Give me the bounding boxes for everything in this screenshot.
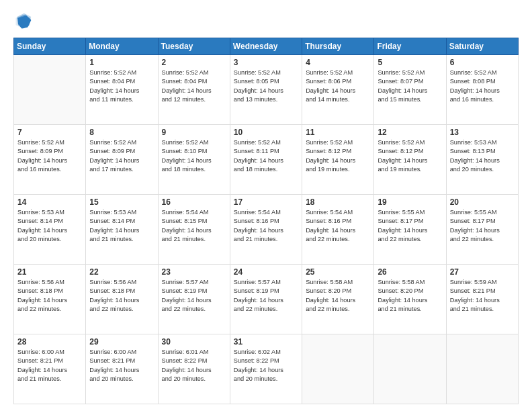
- day-cell: 26Sunrise: 5:58 AM Sunset: 8:20 PM Dayli…: [374, 265, 446, 334]
- day-info: Sunrise: 5:52 AM Sunset: 8:05 PM Dayligh…: [234, 68, 299, 104]
- day-cell: [374, 334, 446, 404]
- day-info: Sunrise: 5:52 AM Sunset: 8:04 PM Dayligh…: [162, 68, 227, 104]
- day-info: Sunrise: 6:00 AM Sunset: 8:21 PM Dayligh…: [89, 348, 154, 383]
- day-info: Sunrise: 6:02 AM Sunset: 8:22 PM Dayligh…: [234, 348, 299, 383]
- day-number: 17: [234, 197, 299, 207]
- day-number: 7: [17, 128, 83, 137]
- logo-icon: [13, 12, 32, 31]
- week-row-3: 21Sunrise: 5:56 AM Sunset: 8:18 PM Dayli…: [14, 265, 519, 334]
- day-cell: 28Sunrise: 6:00 AM Sunset: 8:21 PM Dayli…: [14, 334, 86, 404]
- day-cell: 11Sunrise: 5:52 AM Sunset: 8:12 PM Dayli…: [302, 125, 374, 195]
- day-cell: 24Sunrise: 5:57 AM Sunset: 8:19 PM Dayli…: [230, 265, 302, 334]
- day-number: 14: [17, 197, 83, 207]
- day-info: Sunrise: 5:57 AM Sunset: 8:19 PM Dayligh…: [162, 278, 227, 314]
- day-info: Sunrise: 5:58 AM Sunset: 8:20 PM Dayligh…: [378, 278, 443, 314]
- day-info: Sunrise: 5:56 AM Sunset: 8:18 PM Dayligh…: [89, 278, 154, 314]
- day-cell: 25Sunrise: 5:58 AM Sunset: 8:20 PM Dayli…: [302, 265, 374, 334]
- header-cell-sunday: Sunday: [14, 38, 86, 55]
- calendar-header: SundayMondayTuesdayWednesdayThursdayFrid…: [14, 38, 519, 55]
- day-cell: 16Sunrise: 5:54 AM Sunset: 8:15 PM Dayli…: [158, 195, 230, 265]
- day-number: 21: [17, 267, 83, 277]
- header-cell-wednesday: Wednesday: [230, 38, 302, 55]
- day-cell: 31Sunrise: 6:02 AM Sunset: 8:22 PM Dayli…: [230, 334, 302, 404]
- day-info: Sunrise: 5:52 AM Sunset: 8:10 PM Dayligh…: [162, 138, 227, 174]
- week-row-1: 7Sunrise: 5:52 AM Sunset: 8:09 PM Daylig…: [14, 125, 519, 195]
- day-number: 27: [450, 267, 515, 277]
- day-number: 12: [378, 128, 443, 137]
- day-cell: 27Sunrise: 5:59 AM Sunset: 8:21 PM Dayli…: [446, 265, 518, 334]
- day-cell: 18Sunrise: 5:54 AM Sunset: 8:16 PM Dayli…: [302, 195, 374, 265]
- day-cell: 9Sunrise: 5:52 AM Sunset: 8:10 PM Daylig…: [158, 125, 230, 195]
- week-row-2: 14Sunrise: 5:53 AM Sunset: 8:14 PM Dayli…: [14, 195, 519, 265]
- week-row-4: 28Sunrise: 6:00 AM Sunset: 8:21 PM Dayli…: [14, 334, 519, 404]
- day-cell: 5Sunrise: 5:52 AM Sunset: 8:07 PM Daylig…: [374, 55, 446, 125]
- day-cell: 20Sunrise: 5:55 AM Sunset: 8:17 PM Dayli…: [446, 195, 518, 265]
- day-cell: 4Sunrise: 5:52 AM Sunset: 8:06 PM Daylig…: [302, 55, 374, 125]
- day-cell: 17Sunrise: 5:54 AM Sunset: 8:16 PM Dayli…: [230, 195, 302, 265]
- day-cell: 6Sunrise: 5:52 AM Sunset: 8:08 PM Daylig…: [446, 55, 518, 125]
- day-number: 31: [234, 337, 299, 347]
- day-number: 13: [450, 128, 515, 137]
- day-number: 30: [162, 337, 227, 347]
- day-cell: 21Sunrise: 5:56 AM Sunset: 8:18 PM Dayli…: [14, 265, 86, 334]
- day-number: 28: [17, 337, 83, 347]
- day-info: Sunrise: 5:52 AM Sunset: 8:09 PM Dayligh…: [17, 138, 83, 174]
- header-cell-saturday: Saturday: [446, 38, 518, 55]
- day-info: Sunrise: 5:58 AM Sunset: 8:20 PM Dayligh…: [306, 278, 371, 314]
- day-info: Sunrise: 5:55 AM Sunset: 8:17 PM Dayligh…: [378, 208, 443, 244]
- header-row: SundayMondayTuesdayWednesdayThursdayFrid…: [14, 38, 519, 55]
- day-info: Sunrise: 5:52 AM Sunset: 8:06 PM Dayligh…: [306, 68, 371, 104]
- day-number: 9: [162, 128, 227, 137]
- day-cell: 15Sunrise: 5:53 AM Sunset: 8:14 PM Dayli…: [86, 195, 158, 265]
- day-cell: 19Sunrise: 5:55 AM Sunset: 8:17 PM Dayli…: [374, 195, 446, 265]
- day-info: Sunrise: 5:52 AM Sunset: 8:09 PM Dayligh…: [89, 138, 154, 174]
- day-cell: [302, 334, 374, 404]
- day-number: 16: [162, 197, 227, 207]
- day-cell: 10Sunrise: 5:52 AM Sunset: 8:11 PM Dayli…: [230, 125, 302, 195]
- day-cell: [446, 334, 518, 404]
- day-cell: 1Sunrise: 5:52 AM Sunset: 8:04 PM Daylig…: [86, 55, 158, 125]
- day-info: Sunrise: 5:54 AM Sunset: 8:15 PM Dayligh…: [162, 208, 227, 244]
- day-cell: 23Sunrise: 5:57 AM Sunset: 8:19 PM Dayli…: [158, 265, 230, 334]
- day-number: 6: [450, 58, 515, 67]
- day-info: Sunrise: 5:52 AM Sunset: 8:12 PM Dayligh…: [306, 138, 371, 174]
- day-cell: [14, 55, 86, 125]
- day-info: Sunrise: 5:55 AM Sunset: 8:17 PM Dayligh…: [450, 208, 515, 244]
- day-number: 1: [89, 58, 154, 67]
- day-number: 11: [306, 128, 371, 137]
- day-cell: 14Sunrise: 5:53 AM Sunset: 8:14 PM Dayli…: [14, 195, 86, 265]
- day-number: 26: [378, 267, 443, 277]
- day-info: Sunrise: 5:52 AM Sunset: 8:07 PM Dayligh…: [378, 68, 443, 104]
- header-cell-tuesday: Tuesday: [158, 38, 230, 55]
- day-cell: 2Sunrise: 5:52 AM Sunset: 8:04 PM Daylig…: [158, 55, 230, 125]
- day-cell: 13Sunrise: 5:53 AM Sunset: 8:13 PM Dayli…: [446, 125, 518, 195]
- day-info: Sunrise: 5:56 AM Sunset: 8:18 PM Dayligh…: [17, 278, 83, 314]
- page: SundayMondayTuesdayWednesdayThursdayFrid…: [0, 0, 532, 411]
- day-number: 23: [162, 267, 227, 277]
- day-info: Sunrise: 5:54 AM Sunset: 8:16 PM Dayligh…: [234, 208, 299, 244]
- day-number: 24: [234, 267, 299, 277]
- day-cell: 29Sunrise: 6:00 AM Sunset: 8:21 PM Dayli…: [86, 334, 158, 404]
- header: [13, 12, 519, 31]
- day-info: Sunrise: 5:52 AM Sunset: 8:08 PM Dayligh…: [450, 68, 515, 104]
- day-cell: 22Sunrise: 5:56 AM Sunset: 8:18 PM Dayli…: [86, 265, 158, 334]
- day-number: 18: [306, 197, 371, 207]
- day-info: Sunrise: 5:53 AM Sunset: 8:14 PM Dayligh…: [17, 208, 83, 244]
- calendar-body: 1Sunrise: 5:52 AM Sunset: 8:04 PM Daylig…: [14, 55, 519, 404]
- day-cell: 30Sunrise: 6:01 AM Sunset: 8:22 PM Dayli…: [158, 334, 230, 404]
- day-info: Sunrise: 5:57 AM Sunset: 8:19 PM Dayligh…: [234, 278, 299, 314]
- day-info: Sunrise: 5:53 AM Sunset: 8:14 PM Dayligh…: [89, 208, 154, 244]
- day-info: Sunrise: 5:54 AM Sunset: 8:16 PM Dayligh…: [306, 208, 371, 244]
- day-number: 25: [306, 267, 371, 277]
- day-number: 2: [162, 58, 227, 67]
- day-info: Sunrise: 5:52 AM Sunset: 8:12 PM Dayligh…: [378, 138, 443, 174]
- day-info: Sunrise: 5:53 AM Sunset: 8:13 PM Dayligh…: [450, 138, 515, 174]
- logo: [13, 12, 35, 31]
- day-info: Sunrise: 5:59 AM Sunset: 8:21 PM Dayligh…: [450, 278, 515, 314]
- day-info: Sunrise: 5:52 AM Sunset: 8:11 PM Dayligh…: [234, 138, 299, 174]
- day-number: 4: [306, 58, 371, 67]
- header-cell-friday: Friday: [374, 38, 446, 55]
- day-info: Sunrise: 6:00 AM Sunset: 8:21 PM Dayligh…: [17, 348, 83, 383]
- day-number: 3: [234, 58, 299, 67]
- day-cell: 3Sunrise: 5:52 AM Sunset: 8:05 PM Daylig…: [230, 55, 302, 125]
